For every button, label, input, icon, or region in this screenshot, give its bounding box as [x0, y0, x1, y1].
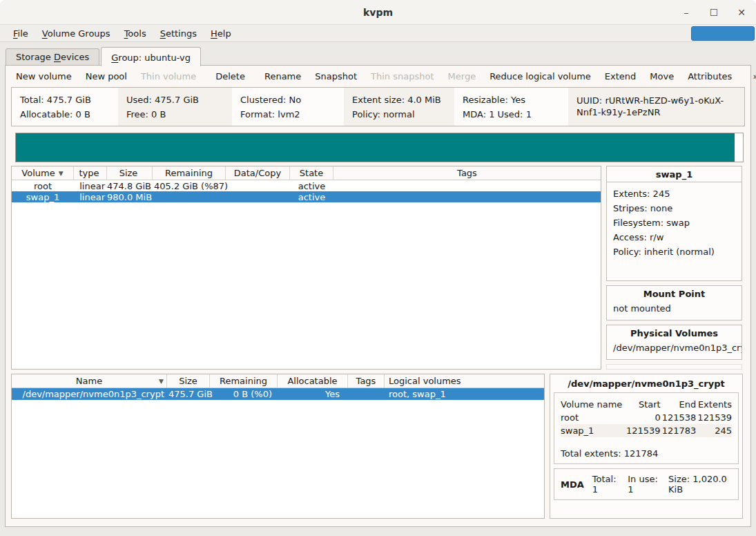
menu-settings[interactable]: Settings — [154, 27, 203, 40]
lv-access: Access: r/w — [613, 230, 735, 245]
lv-col-type[interactable]: type — [74, 166, 107, 180]
vg-info-resizable: Resizable: Yes MDA: 1 Used: 1 — [454, 88, 568, 126]
physical-volumes-title: Physical Volumes — [607, 325, 742, 341]
attributes-button[interactable]: Attributes — [681, 69, 738, 84]
vg-clustered: Clustered: No — [240, 93, 336, 107]
window-title: kvpm — [363, 7, 393, 18]
lv-col-remaining[interactable]: Remaining — [153, 166, 226, 180]
vg-resizable: Resizable: Yes — [463, 93, 560, 107]
tab-storage-devices[interactable]: Storage Devices — [6, 48, 99, 66]
mount-point-box: Mount Point not mounted — [606, 285, 742, 320]
toolbar: New volume New pool Thin volume Delete R… — [6, 66, 750, 87]
lv-properties: Extents: 245 Stripes: none Filesystem: s… — [607, 182, 742, 280]
lv-col-size[interactable]: Size — [107, 166, 153, 180]
lv-filesystem: Filesystem: swap — [613, 216, 735, 230]
lv-row-root[interactable]: root linear 474.8 GiB 405.2 GiB (%87) ac… — [12, 180, 601, 191]
pv-col-name[interactable]: Name▼ — [12, 374, 167, 387]
physical-volumes-table: Name▼ Size Remaining Allocatable Tags Lo… — [11, 374, 545, 519]
pv-panel-title: /dev/mapper/nvme0n1p3_crypt — [554, 376, 739, 392]
toolbar-overflow-button[interactable]: » — [746, 69, 756, 84]
new-pool-button[interactable]: New pool — [79, 69, 133, 84]
vg-free-segment — [735, 133, 743, 162]
move-button[interactable]: Move — [643, 69, 680, 84]
ext-row-root: root 0 121538 121539 — [561, 411, 732, 424]
mda-total: Total: 1 — [592, 474, 619, 495]
thin-snapshot-button: Thin snapshot — [365, 69, 440, 84]
kvpm-window: kvpm – ☐ ✕ File Volume Groups Tools Sett… — [0, 0, 756, 536]
vg-mda: MDA: 1 Used: 1 — [463, 107, 560, 122]
mda-size: Size: 1,020.0 KiB — [668, 474, 732, 495]
lv-stripes: Stripes: none — [613, 201, 735, 216]
minimize-icon[interactable]: – — [677, 3, 695, 21]
close-icon[interactable]: ✕ — [733, 3, 750, 21]
vg-allocatable: Allocatable: 0 B — [20, 107, 110, 122]
thin-volume-button: Thin volume — [135, 69, 202, 84]
lv-details-box: swap_1 Extents: 245 Stripes: none Filesy… — [606, 166, 742, 281]
window-controls: – ☐ ✕ — [677, 0, 750, 25]
lv-details-title: swap_1 — [607, 166, 742, 182]
menu-volume-groups[interactable]: Volume Groups — [36, 27, 117, 40]
menu-help[interactable]: Help — [204, 27, 238, 40]
pv-table-header: Name▼ Size Remaining Allocatable Tags Lo… — [12, 374, 544, 388]
physical-volumes-value: /dev/mapper/nvme0n1p3_crypt — [607, 341, 742, 359]
pv-col-allocatable[interactable]: Allocatable — [278, 374, 348, 387]
vg-info-extent: Extent size: 4.0 MiB Policy: normal — [344, 88, 454, 126]
lv-col-data-copy[interactable]: Data/Copy — [226, 166, 290, 180]
snapshot-button[interactable]: Snapshot — [309, 69, 363, 84]
lv-row-swap-1[interactable]: swap_1 linear 980.0 MiB active — [12, 191, 601, 202]
lv-col-state[interactable]: State — [290, 166, 333, 180]
pv-col-remaining[interactable]: Remaining — [210, 374, 278, 387]
extend-button[interactable]: Extend — [599, 69, 643, 84]
mda-label: MDA — [561, 479, 584, 490]
vg-uuid: UUID: rURtWR-hEZD-w6y1-oKuX-Nnf1-k91y-1e… — [568, 88, 744, 126]
tab-content: New volume New pool Thin volume Delete R… — [5, 65, 751, 527]
reduce-logical-volume-button[interactable]: Reduce logical volume — [483, 69, 597, 84]
new-volume-button[interactable]: New volume — [10, 69, 78, 84]
ext-header-row: Volume name Start End Extents — [561, 398, 732, 411]
pv-extents-box: Volume name Start End Extents root 0 121… — [554, 392, 739, 464]
pv-col-tags[interactable]: Tags — [348, 374, 385, 387]
physical-volumes-box: Physical Volumes /dev/mapper/nvme0n1p3_c… — [606, 325, 742, 360]
volume-group-info-panel: Total: 475.7 GiB Allocatable: 0 B Used: … — [11, 87, 745, 126]
vg-info-usage: Used: 475.7 GiB Free: 0 B — [118, 88, 232, 126]
lv-policy: Policy: inherit (normal) — [613, 245, 735, 259]
lv-table-header: Volume▼ type Size Remaining Data/Copy St… — [12, 166, 601, 180]
lv-extents: Extents: 245 — [613, 186, 735, 201]
pv-col-size[interactable]: Size — [167, 374, 210, 387]
lv-panel-spacer — [606, 364, 742, 370]
maximize-icon[interactable]: ☐ — [705, 3, 723, 21]
mda-box: MDA Total: 1 In use: 1 Size: 1,020.0 KiB — [554, 468, 739, 500]
mount-point-title: Mount Point — [607, 286, 742, 301]
vg-total: Total: 475.7 GiB — [20, 93, 110, 107]
menu-file[interactable]: File — [7, 27, 35, 40]
selected-volume-sidebar: swap_1 Extents: 245 Stripes: none Filesy… — [606, 166, 742, 370]
rename-button[interactable]: Rename — [258, 69, 307, 84]
vg-used-segment[interactable] — [16, 133, 735, 162]
tab-bar: Storage Devices Group: ubuntu-vg — [0, 42, 756, 66]
titlebar[interactable]: kvpm – ☐ ✕ — [0, 0, 756, 25]
selected-device-sidebar: /dev/mapper/nvme0n1p3_crypt Volume name … — [550, 374, 743, 519]
vg-used: Used: 475.7 GiB — [126, 93, 224, 107]
mda-in-use: In use: 1 — [628, 474, 660, 495]
merge-button: Merge — [442, 69, 483, 84]
sort-down-icon: ▼ — [159, 378, 164, 385]
pv-extents-table: Volume name Start End Extents root 0 121… — [561, 398, 732, 437]
vg-info-format: Clustered: No Format: lvm2 — [232, 88, 344, 126]
sort-down-icon: ▼ — [59, 170, 64, 177]
volume-group-usage-bar[interactable] — [15, 133, 744, 162]
menu-tools[interactable]: Tools — [118, 27, 153, 40]
logical-volumes-table: Volume▼ type Size Remaining Data/Copy St… — [11, 166, 601, 370]
vg-info-capacity: Total: 475.7 GiB Allocatable: 0 B — [12, 88, 118, 126]
ext-row-swap-1: swap_1 121539 121783 245 — [561, 424, 732, 437]
pv-row-nvme0n1p3-crypt[interactable]: /dev/mapper/nvme0n1p3_crypt 475.7 GiB 0 … — [12, 388, 544, 400]
tab-group-ubuntu-vg[interactable]: Group: ubuntu-vg — [101, 47, 201, 66]
mount-point-value: not mounted — [607, 301, 742, 320]
vg-format: Format: lvm2 — [240, 107, 336, 122]
vg-free: Free: 0 B — [126, 107, 224, 122]
progress-bar — [691, 26, 755, 41]
pv-col-logical-volumes[interactable]: Logical volumes — [385, 374, 544, 387]
lv-col-tags[interactable]: Tags — [333, 166, 601, 180]
delete-button[interactable]: Delete — [209, 69, 251, 84]
lv-col-volume[interactable]: Volume▼ — [12, 166, 74, 180]
menubar: File Volume Groups Tools Settings Help — [0, 25, 756, 42]
